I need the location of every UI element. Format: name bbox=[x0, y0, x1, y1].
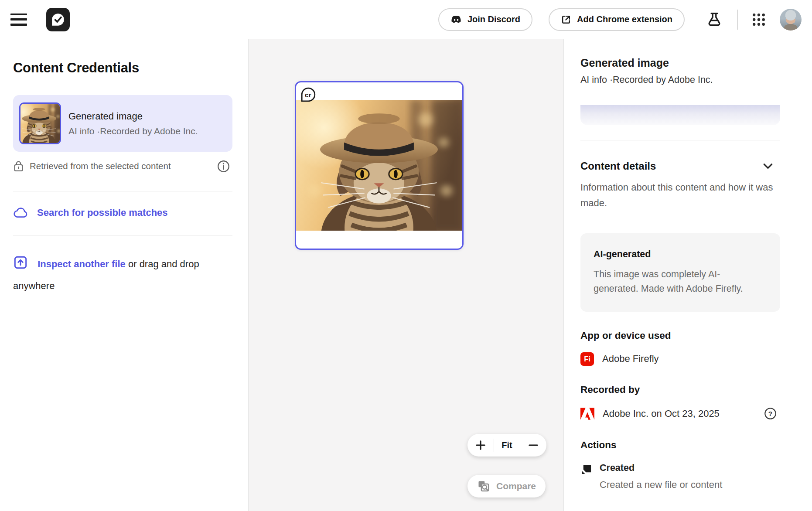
help-icon: ? bbox=[764, 407, 777, 420]
retrieved-note: Retrieved from the selected content bbox=[30, 161, 171, 171]
app-device-heading: App or device used bbox=[580, 330, 780, 341]
selected-card-title: Generated image bbox=[68, 111, 198, 122]
top-bar: Join Discord Add Chrome extension bbox=[0, 0, 812, 39]
panel-divider bbox=[580, 140, 780, 140]
created-action-icon bbox=[580, 463, 592, 475]
main-content: Content Credentials Generated image AI i… bbox=[0, 39, 812, 511]
ai-card-heading: AI-generated bbox=[594, 249, 767, 260]
experiments-button[interactable] bbox=[705, 10, 724, 29]
content-details-toggle[interactable]: Content details bbox=[580, 160, 774, 173]
apps-grid-button[interactable] bbox=[749, 10, 768, 29]
fit-label: Fit bbox=[502, 440, 512, 450]
zoom-controls: Fit bbox=[467, 434, 546, 456]
scrolled-banner-remnant bbox=[580, 105, 780, 125]
compare-label: Compare bbox=[496, 481, 536, 491]
help-glyph: ? bbox=[768, 410, 772, 417]
plus-icon bbox=[475, 439, 486, 451]
cat-photo bbox=[296, 100, 462, 231]
recorded-value: Adobe Inc. on Oct 23, 2025 bbox=[603, 408, 720, 419]
compare-icon bbox=[477, 480, 490, 493]
selected-card-subtitle: AI info ·Recorded by Adobe Inc. bbox=[68, 126, 198, 136]
sidebar-divider-2 bbox=[13, 235, 232, 235]
inspect-another-file-link[interactable]: Inspect another file bbox=[38, 259, 126, 269]
adobe-firefly-icon: Fi bbox=[580, 352, 594, 366]
content-details-description: Information about this content and how i… bbox=[580, 180, 785, 211]
cloud-search-icon bbox=[13, 206, 29, 219]
topbar-divider bbox=[737, 10, 738, 30]
inspected-image[interactable]: cr bbox=[295, 81, 464, 250]
recorded-row: Adobe Inc. on Oct 23, 2025 ? bbox=[580, 406, 778, 421]
join-discord-button[interactable]: Join Discord bbox=[438, 8, 532, 31]
flask-icon bbox=[706, 11, 723, 28]
add-chrome-extension-label: Add Chrome extension bbox=[577, 14, 672, 24]
chevron-down-icon bbox=[761, 160, 774, 173]
minus-icon bbox=[528, 439, 539, 451]
zoom-in-button[interactable] bbox=[467, 434, 494, 456]
join-discord-label: Join Discord bbox=[467, 14, 520, 24]
cr-pin-badge[interactable]: cr bbox=[300, 87, 316, 102]
retrieved-info-button[interactable] bbox=[214, 157, 232, 175]
open-external-icon bbox=[561, 14, 571, 25]
info-icon bbox=[217, 160, 230, 173]
selected-card-texts: Generated image AI info ·Recorded by Ado… bbox=[68, 111, 198, 136]
app-row: Fi Adobe Firefly bbox=[580, 352, 778, 366]
action-description: Created a new file or content bbox=[600, 479, 722, 491]
search-matches-link[interactable]: Search for possible matches bbox=[13, 206, 168, 219]
discord-icon bbox=[450, 15, 462, 24]
retrieved-row: Retrieved from the selected content bbox=[13, 157, 232, 175]
action-texts: Created Created a new file or content bbox=[600, 463, 722, 491]
sidebar-divider bbox=[13, 191, 232, 191]
ai-card-body: This image was completely AI-generated. … bbox=[594, 267, 764, 296]
cr-glyph: cr bbox=[305, 91, 311, 99]
upload-file-icon bbox=[13, 261, 31, 272]
user-avatar[interactable] bbox=[780, 9, 802, 31]
selected-content-card[interactable]: Generated image AI info ·Recorded by Ado… bbox=[13, 95, 232, 152]
content-details-heading: Content details bbox=[580, 160, 656, 172]
lock-icon bbox=[13, 160, 24, 172]
search-matches-label: Search for possible matches bbox=[37, 207, 168, 218]
grid-icon bbox=[751, 11, 767, 28]
hamburger-menu-button[interactable] bbox=[10, 12, 28, 27]
inspect-file-block: Inspect another file or drag and drop an… bbox=[13, 255, 236, 296]
panel-title: Generated image bbox=[580, 57, 780, 69]
page-title: Content Credentials bbox=[13, 60, 232, 76]
action-row: Created Created a new file or content bbox=[580, 463, 778, 491]
zoom-out-button[interactable] bbox=[520, 434, 546, 456]
recorded-by-heading: Recorded by bbox=[580, 384, 780, 395]
actions-heading: Actions bbox=[580, 439, 780, 451]
content-credentials-logo[interactable] bbox=[46, 8, 70, 31]
compare-button[interactable]: Compare bbox=[467, 475, 546, 497]
preview-canvas: cr Fit bbox=[249, 39, 563, 511]
content-thumbnail bbox=[19, 102, 61, 144]
credentials-sidebar: Content Credentials Generated image AI i… bbox=[0, 39, 249, 511]
ai-generated-card: AI-generated This image was completely A… bbox=[580, 233, 780, 311]
recorded-help-button[interactable]: ? bbox=[763, 406, 778, 421]
cc-check-pin-icon bbox=[51, 12, 65, 27]
add-chrome-extension-button[interactable]: Add Chrome extension bbox=[549, 8, 685, 31]
content-credentials-app: Join Discord Add Chrome extension bbox=[0, 0, 812, 511]
adobe-logo-icon bbox=[580, 408, 594, 420]
action-title: Created bbox=[600, 463, 722, 474]
app-name: Adobe Firefly bbox=[602, 353, 659, 365]
details-panel: Generated image AI info ·Recorded by Ado… bbox=[563, 39, 812, 511]
zoom-fit-button[interactable]: Fit bbox=[494, 434, 520, 456]
panel-subtitle: AI info ·Recorded by Adobe Inc. bbox=[580, 75, 780, 85]
